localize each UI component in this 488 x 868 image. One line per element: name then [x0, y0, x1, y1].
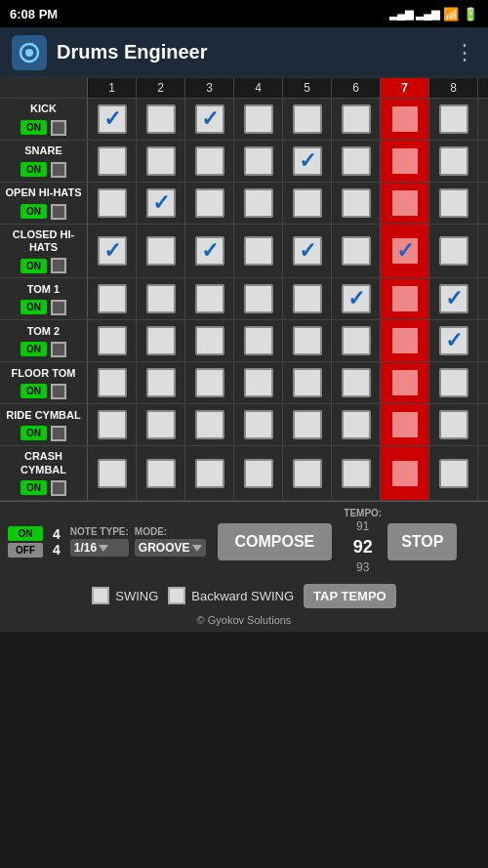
- note-type-dropdown-icon[interactable]: [99, 545, 108, 552]
- beat-checkbox-4-7[interactable]: [439, 284, 468, 313]
- beat-checkbox-5-2[interactable]: [195, 326, 224, 355]
- drum-on-btn-8[interactable]: ON: [20, 480, 47, 495]
- beat-checkbox-1-1[interactable]: [146, 146, 176, 176]
- beat-checkbox-0-3[interactable]: [244, 104, 273, 134]
- beat-checkbox-3-4[interactable]: [293, 236, 322, 266]
- beat-checkbox-4-1[interactable]: [146, 284, 176, 313]
- beat-checkbox-6-3[interactable]: [244, 368, 273, 397]
- beat-checkbox-8-4[interactable]: [293, 459, 322, 488]
- beat-checkbox-7-4[interactable]: [293, 410, 322, 439]
- beat-checkbox-7-0[interactable]: [98, 410, 127, 439]
- drum-small-checkbox-8[interactable]: [51, 480, 66, 496]
- beat-checkbox-4-6[interactable]: [390, 284, 420, 313]
- beat-checkbox-2-5[interactable]: [342, 188, 371, 218]
- beat-checkbox-7-5[interactable]: [342, 410, 371, 439]
- mode-selector[interactable]: GROOVE: [135, 539, 206, 557]
- on-button[interactable]: ON: [8, 526, 43, 541]
- beat-checkbox-6-2[interactable]: [195, 368, 224, 397]
- beat-checkbox-1-2[interactable]: [195, 146, 224, 176]
- beat-checkbox-5-1[interactable]: [146, 326, 176, 355]
- beat-checkbox-4-4[interactable]: [293, 284, 322, 313]
- beat-checkbox-3-2[interactable]: [195, 236, 224, 266]
- beat-checkbox-0-4[interactable]: [293, 104, 322, 134]
- beat-checkbox-2-7[interactable]: [439, 188, 468, 218]
- beat-checkbox-3-0[interactable]: [98, 236, 127, 266]
- drum-small-checkbox-0[interactable]: [51, 120, 66, 136]
- drum-on-btn-0[interactable]: ON: [20, 120, 47, 135]
- beat-checkbox-1-7[interactable]: [439, 146, 468, 176]
- beat-checkbox-3-1[interactable]: [146, 236, 176, 266]
- stop-button[interactable]: STOP: [387, 523, 457, 560]
- beat-checkbox-2-2[interactable]: [195, 188, 224, 218]
- beat-checkbox-5-3[interactable]: [244, 326, 273, 355]
- beat-checkbox-8-5[interactable]: [342, 459, 371, 488]
- drum-on-btn-7[interactable]: ON: [20, 426, 47, 440]
- drum-small-checkbox-6[interactable]: [51, 384, 66, 399]
- beat-checkbox-6-6[interactable]: [390, 368, 420, 397]
- beat-checkbox-5-5[interactable]: [342, 326, 371, 355]
- beat-checkbox-2-0[interactable]: [98, 188, 127, 218]
- beat-checkbox-4-2[interactable]: [195, 284, 224, 313]
- beat-checkbox-2-3[interactable]: [244, 188, 273, 218]
- beat-checkbox-6-0[interactable]: [98, 368, 127, 397]
- beat-checkbox-3-6[interactable]: [390, 236, 420, 266]
- beat-checkbox-7-1[interactable]: [146, 410, 176, 439]
- beat-checkbox-1-4[interactable]: [293, 146, 322, 176]
- beat-checkbox-7-2[interactable]: [195, 410, 224, 439]
- beat-checkbox-5-6[interactable]: [390, 326, 420, 355]
- beat-checkbox-2-6[interactable]: [390, 188, 420, 218]
- drum-small-checkbox-1[interactable]: [51, 162, 66, 178]
- beat-checkbox-6-1[interactable]: [146, 368, 176, 397]
- beat-checkbox-8-0[interactable]: [98, 459, 127, 488]
- beat-checkbox-7-6[interactable]: [390, 410, 420, 439]
- beat-checkbox-7-7[interactable]: [439, 410, 468, 439]
- beat-checkbox-6-4[interactable]: [293, 368, 322, 397]
- beat-checkbox-0-6[interactable]: [390, 104, 420, 134]
- beat-checkbox-8-3[interactable]: [244, 459, 273, 488]
- beat-checkbox-1-3[interactable]: [244, 146, 273, 176]
- beat-checkbox-6-5[interactable]: [342, 368, 371, 397]
- beat-checkbox-1-6[interactable]: [390, 146, 420, 176]
- mode-dropdown-icon[interactable]: [192, 545, 202, 552]
- tap-tempo-button[interactable]: TAP TEMPO: [304, 584, 396, 608]
- beat-checkbox-0-5[interactable]: [342, 104, 371, 134]
- beat-checkbox-5-4[interactable]: [293, 326, 322, 355]
- beat-checkbox-8-2[interactable]: [195, 459, 224, 488]
- drum-small-checkbox-5[interactable]: [51, 342, 66, 357]
- beat-checkbox-2-4[interactable]: [293, 188, 322, 218]
- drum-on-btn-1[interactable]: ON: [20, 162, 47, 177]
- beat-checkbox-3-7[interactable]: [439, 236, 468, 266]
- drum-on-btn-3[interactable]: ON: [20, 259, 47, 273]
- beat-checkbox-5-0[interactable]: [98, 326, 127, 355]
- beat-checkbox-4-3[interactable]: [244, 284, 273, 313]
- beat-checkbox-1-0[interactable]: [98, 146, 127, 176]
- backward-swing-checkbox[interactable]: [168, 587, 185, 604]
- beat-checkbox-3-3[interactable]: [244, 236, 273, 266]
- tempo-scroll[interactable]: 91 92 93: [353, 518, 373, 576]
- beat-checkbox-0-2[interactable]: [195, 104, 224, 134]
- beat-checkbox-6-7[interactable]: [439, 368, 468, 397]
- drum-small-checkbox-2[interactable]: [51, 204, 66, 220]
- drum-small-checkbox-4[interactable]: [51, 300, 66, 315]
- beat-checkbox-0-1[interactable]: [146, 104, 176, 134]
- beat-checkbox-0-7[interactable]: [439, 104, 468, 134]
- drum-small-checkbox-3[interactable]: [51, 258, 66, 273]
- note-type-selector[interactable]: 1/16: [70, 539, 129, 557]
- beat-checkbox-3-5[interactable]: [342, 236, 371, 266]
- drum-on-btn-6[interactable]: ON: [20, 384, 47, 398]
- off-button[interactable]: OFF: [8, 543, 43, 558]
- swing-checkbox[interactable]: [92, 587, 109, 604]
- beat-checkbox-1-5[interactable]: [342, 146, 371, 176]
- beat-checkbox-0-0[interactable]: [98, 104, 127, 134]
- drum-on-btn-4[interactable]: ON: [20, 300, 47, 314]
- drum-on-btn-5[interactable]: ON: [20, 342, 47, 356]
- menu-icon[interactable]: ⋮: [454, 40, 476, 65]
- drum-on-btn-2[interactable]: ON: [20, 204, 47, 219]
- beat-checkbox-4-5[interactable]: [342, 284, 371, 313]
- beat-checkbox-8-7[interactable]: [439, 459, 468, 488]
- beat-checkbox-8-1[interactable]: [146, 459, 176, 488]
- compose-button[interactable]: COMPOSE: [218, 523, 333, 560]
- beat-checkbox-8-6[interactable]: [390, 459, 420, 488]
- beat-checkbox-2-1[interactable]: [146, 188, 176, 218]
- beat-checkbox-5-7[interactable]: [439, 326, 468, 355]
